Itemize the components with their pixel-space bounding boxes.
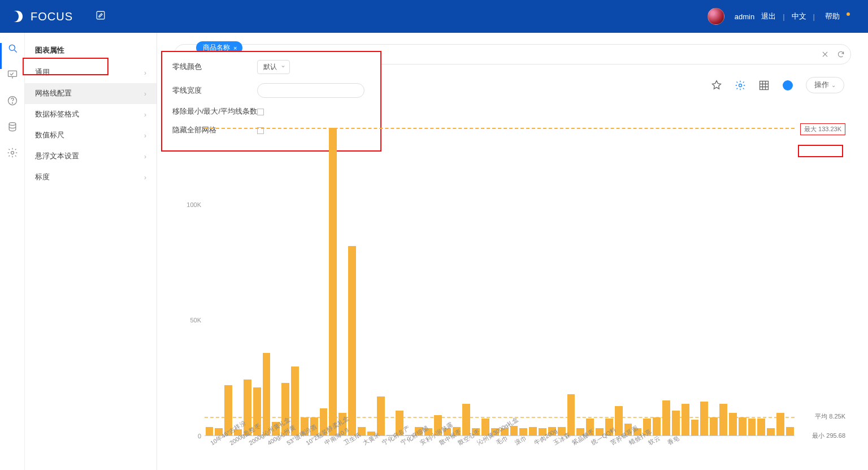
svg-rect-9 [760, 81, 769, 89]
gear-icon[interactable] [735, 80, 746, 91]
bar[interactable] [729, 413, 737, 436]
rail-help-icon[interactable] [0, 95, 25, 121]
chart-toolbar: 操作⌄ [711, 77, 844, 93]
svg-point-6 [11, 152, 14, 154]
zero-width-input[interactable] [257, 83, 364, 98]
side-panel: 图表属性 通用›网格线配置›数据标签格式›数值标尺›悬浮文本设置›标度› [25, 33, 157, 470]
svg-rect-0 [97, 11, 105, 19]
close-icon[interactable] [821, 50, 829, 58]
bar[interactable] [691, 420, 699, 436]
bar[interactable] [786, 427, 794, 436]
table-icon[interactable] [758, 80, 770, 91]
logout-link[interactable]: 退出 [761, 11, 776, 21]
bar[interactable] [462, 404, 470, 436]
bar[interactable] [767, 428, 775, 436]
bar[interactable] [263, 353, 271, 436]
bar[interactable] [719, 404, 727, 436]
bar[interactable] [206, 427, 214, 436]
plot-area: 最大 133.23K平均 8.25K最小 295.68 [205, 112, 795, 436]
bar[interactable] [682, 404, 689, 436]
y-tick: 0 [198, 433, 201, 439]
nav-rail [0, 33, 25, 470]
bar[interactable] [567, 394, 575, 436]
stat-label: 最大 133.23K [800, 123, 845, 135]
bar[interactable] [653, 417, 661, 436]
edit-icon[interactable] [96, 10, 106, 23]
side-item-3[interactable]: 数值标尺› [25, 125, 157, 146]
side-item-1[interactable]: 网格线配置› [25, 83, 157, 104]
brand-text: FOCUS [31, 10, 73, 23]
side-item-4[interactable]: 悬浮文本设置› [25, 146, 157, 167]
zero-width-label: 零线宽度 [172, 86, 257, 96]
side-item-0[interactable]: 通用› [25, 62, 157, 83]
svg-point-8 [739, 84, 742, 87]
rail-settings-icon[interactable] [0, 147, 25, 173]
stat-label: 平均 8.25K [815, 412, 845, 421]
bar[interactable] [529, 427, 537, 436]
lang-link[interactable]: 中文 [792, 11, 806, 21]
avatar[interactable] [708, 8, 724, 25]
y-tick: 100K [186, 201, 201, 208]
side-item-5[interactable]: 标度› [25, 167, 157, 188]
x-axis: 10年45°吉祥汾2000g盈整枣2000g沁州黄礼盒400g沁州黄53°玻璃汾… [205, 437, 795, 470]
bar[interactable] [672, 411, 680, 436]
header-right: admin 退出 | 中文 | 帮助 [708, 8, 857, 25]
logo-icon [11, 10, 25, 23]
user-name[interactable]: admin [735, 12, 754, 21]
rail-db-icon[interactable] [0, 121, 25, 147]
side-title: 图表属性 [25, 45, 157, 62]
refresh-icon[interactable] [837, 50, 845, 58]
bar[interactable] [748, 419, 756, 436]
help-link[interactable]: 帮助 [822, 11, 853, 21]
svg-point-1 [9, 45, 15, 50]
bar[interactable] [662, 400, 670, 436]
side-item-2[interactable]: 数据标签格式› [25, 104, 157, 125]
app-header: FOCUS admin 退出 | 中文 | 帮助 [0, 0, 868, 33]
rail-present-icon[interactable] [0, 69, 25, 95]
pin-icon[interactable] [711, 80, 722, 91]
rail-search[interactable] [0, 43, 25, 69]
bar[interactable] [710, 417, 718, 436]
bar[interactable] [757, 419, 765, 436]
bar[interactable] [739, 417, 747, 436]
zero-color-label: 零线颜色 [172, 62, 257, 72]
bar[interactable] [348, 246, 356, 436]
main-area: 商品名称 ×利润 × 操作⌄ 零线颜色 默认 零线宽度 移除最小/最大/平均线条… [157, 33, 868, 470]
y-tick: 50K [190, 317, 201, 324]
highlight-box-max [798, 145, 843, 157]
bar[interactable] [377, 396, 385, 436]
svg-point-4 [12, 103, 12, 104]
y-axis: 050K100K [174, 112, 205, 436]
chart: 050K100K 最大 133.23K平均 8.25K最小 295.68 10年… [174, 101, 851, 470]
pie-icon[interactable] [782, 80, 793, 91]
zero-color-select[interactable]: 默认 [257, 60, 290, 74]
bar[interactable] [776, 413, 784, 436]
stat-label: 最小 295.68 [812, 432, 845, 440]
ops-button[interactable]: 操作⌄ [806, 77, 844, 93]
bar[interactable] [329, 128, 337, 436]
bar[interactable] [700, 402, 708, 436]
svg-point-5 [9, 123, 16, 126]
